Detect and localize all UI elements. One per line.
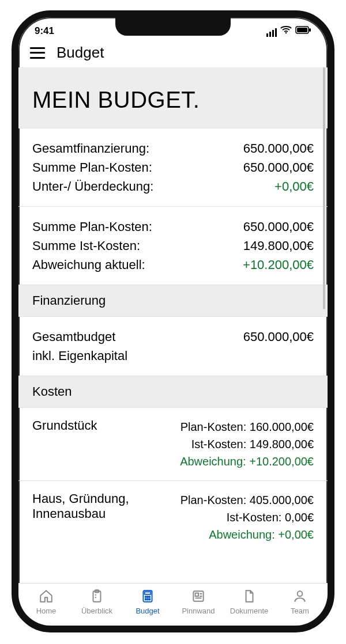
title-line: Innenausbau — [32, 506, 106, 521]
signal-icon — [265, 25, 277, 37]
hero-section: MEIN BUDGET. — [18, 67, 328, 128]
tab-team[interactable]: Team — [274, 588, 325, 615]
row-value: 650.000,00€ — [243, 327, 314, 365]
row-label: Gesamtfinanzierung: — [32, 139, 149, 158]
pinboard-icon — [173, 588, 224, 604]
tab-home[interactable]: Home — [21, 588, 72, 615]
svg-point-9 — [147, 596, 148, 597]
label-line: inkl. Eigenkapital — [32, 348, 127, 363]
phone-frame: 9:41 Budget MEIN BUDGET. Gesamtfinanzier… — [12, 10, 334, 632]
row-value: +10.200,00€ — [243, 255, 314, 274]
cost-ist: Ist-Kosten: 0,00€ — [180, 509, 314, 526]
svg-point-13 — [149, 598, 150, 600]
summary-block-2: Summe Plan-Kosten:650.000,00€ Summe Ist-… — [18, 206, 328, 285]
svg-point-8 — [145, 596, 146, 597]
tab-ueberblick[interactable]: Überblick — [72, 588, 122, 615]
svg-rect-7 — [145, 592, 151, 594]
tab-label: Überblick — [72, 607, 122, 615]
tab-bar: Home Überblick Budget Pinnwand Dokumente… — [18, 583, 328, 626]
cost-title: Haus, Gründung, Innenausbau — [32, 491, 180, 543]
row-label: Summe Plan-Kosten: — [32, 217, 152, 236]
cost-item-grundstueck[interactable]: Grundstück Plan-Kosten: 160.000,00€ Ist-… — [18, 407, 328, 480]
menu-icon[interactable] — [30, 47, 45, 59]
content-scroll[interactable]: MEIN BUDGET. Gesamtfinanzierung:650.000,… — [18, 67, 328, 563]
svg-point-16 — [298, 591, 303, 596]
wifi-icon — [280, 25, 292, 37]
tab-label: Budget — [122, 607, 173, 615]
svg-point-0 — [285, 32, 287, 34]
row-label: Abweichung aktuell: — [32, 255, 145, 274]
notch — [115, 17, 231, 36]
row-value: 650.000,00€ — [243, 217, 314, 236]
row-value: +0,00€ — [274, 177, 314, 196]
gesamtbudget-row: Gesamtbudget inkl. Eigenkapital 650.000,… — [18, 316, 328, 376]
row-label: Unter-/ Überdeckung: — [32, 177, 153, 196]
tab-label: Pinnwand — [173, 607, 224, 615]
tab-label: Home — [21, 607, 72, 615]
cost-abweichung: Abweichung: +10.200,00€ — [180, 453, 314, 470]
svg-rect-2 — [297, 28, 307, 32]
tab-pinnwand[interactable]: Pinnwand — [173, 588, 224, 615]
svg-point-12 — [147, 598, 148, 600]
section-header-kosten: Kosten — [18, 376, 328, 407]
row-label: Gesamtbudget inkl. Eigenkapital — [32, 327, 127, 365]
row-value: 149.800,00€ — [243, 236, 314, 255]
battery-icon — [295, 25, 311, 37]
svg-rect-3 — [309, 28, 311, 32]
home-icon — [21, 588, 72, 604]
cost-plan: Plan-Kosten: 160.000,00€ — [180, 418, 314, 435]
page-title: Budget — [57, 44, 104, 62]
svg-rect-15 — [195, 593, 198, 596]
nav-bar: Budget — [18, 40, 328, 67]
cost-item-haus[interactable]: Haus, Gründung, Innenausbau Plan-Kosten:… — [18, 480, 328, 554]
title-line: Haus, Gründung, — [32, 491, 129, 506]
section-header-finanzierung: Finanzierung — [18, 285, 328, 316]
row-label: Summe Ist-Kosten: — [32, 236, 140, 255]
cost-abweichung: Abweichung: +0,00€ — [180, 526, 314, 543]
document-icon — [224, 588, 274, 604]
row-label: Summe Plan-Kosten: — [32, 158, 152, 177]
status-time: 9:41 — [35, 25, 54, 37]
row-value: 650.000,00€ — [243, 158, 314, 177]
row-value: 650.000,00€ — [243, 139, 314, 158]
tab-dokumente[interactable]: Dokumente — [224, 588, 274, 615]
cost-plan: Plan-Kosten: 405.000,00€ — [180, 491, 314, 509]
person-icon — [274, 588, 325, 604]
svg-point-11 — [145, 598, 146, 600]
calculator-icon — [122, 588, 173, 604]
tab-budget[interactable]: Budget — [122, 588, 173, 615]
hero-title: MEIN BUDGET. — [32, 87, 314, 113]
cost-title: Grundstück — [32, 418, 180, 470]
summary-block-1: Gesamtfinanzierung:650.000,00€ Summe Pla… — [18, 128, 328, 206]
scrollbar[interactable] — [323, 67, 325, 309]
cost-ist: Ist-Kosten: 149.800,00€ — [180, 435, 314, 453]
svg-point-10 — [149, 596, 150, 597]
clipboard-icon — [72, 588, 122, 604]
tab-label: Dokumente — [224, 607, 274, 615]
label-line: Gesamtbudget — [32, 329, 115, 344]
tab-label: Team — [274, 607, 325, 615]
